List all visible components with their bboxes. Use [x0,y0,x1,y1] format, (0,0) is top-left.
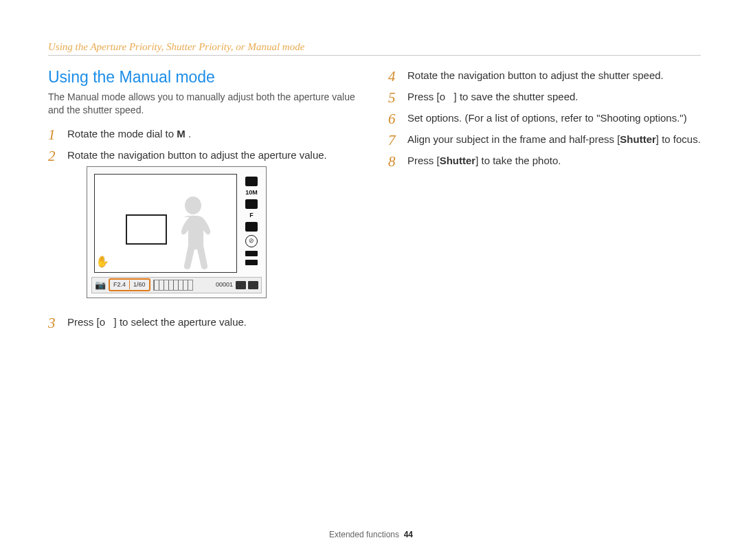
step-5-text-pre: Press [ [407,91,440,102]
step-1-text-pre: Rotate the mode dial to [67,128,177,139]
step-3-text-pre: Press [ [67,316,100,328]
step-3-text-post: ] to select the aperture value. [114,316,247,328]
step-1-text-post: . [186,128,191,139]
step-7: Align your subject in the frame and half… [388,132,701,153]
battery-icon [248,281,258,289]
manual-page: Using the Aperture Priority, Shutter Pri… [0,0,742,560]
header-divider [48,55,701,56]
shutter-button-label: Shutter [440,155,476,166]
drive-icon [245,260,258,265]
step-1: Rotate the mode dial to M . [48,126,361,148]
content-columns: Using the Manual mode The Manual mode al… [48,68,701,336]
breadcrumb: Using the Aperture Priority, Shutter Pri… [48,41,701,53]
step-8: Press [Shutter] to take the photo. [388,153,701,175]
quality-icon [245,199,258,209]
subject-silhouette-icon [169,197,217,272]
step-7-text-pre: Align your subject in the frame and half… [407,133,620,145]
step-5: Press [o ] to save the shutter speed. [388,89,701,111]
camera-lcd: ✋ 10M F ⊘ [87,166,267,298]
step-4-text: Rotate the navigation button to adjust t… [407,69,664,81]
step-4: Rotate the navigation button to adjust t… [388,68,701,89]
image-stabilization-icon: ✋ [95,254,109,269]
steps-right: Rotate the navigation button to adjust t… [388,68,701,175]
step-7-text-post: ] to focus. [656,133,701,145]
resolution-icon: 10M [245,190,258,196]
section-title: Using the Manual mode [48,68,361,87]
storage-battery-icons [236,281,258,289]
shutter-value: 1/60 [130,280,149,289]
fine-icon: F [249,212,254,219]
step-6: Set options. (For a list of options, ref… [388,111,701,132]
ev-scale-icon [153,280,193,291]
steps-left: Rotate the mode dial to M . Rotate the n… [48,126,361,336]
iso-icon [245,251,258,256]
mode-dial-value: M [177,128,186,139]
metering-icon [245,177,258,186]
aperture-value: F2.4 [110,280,130,289]
focus-area-icon [126,214,167,245]
frame-counter: 00001 [216,280,233,289]
page-footer: Extended functions 44 [0,530,742,539]
camera-screen-illustration: ✋ 10M F ⊘ [87,166,361,298]
lcd-status-bar: 📷 F2.4 1/60 00001 [91,277,262,293]
step-8-text-pre: Press [ [407,155,440,166]
shutter-button-label: Shutter [620,133,656,145]
ok-button-label: o [100,316,105,328]
step-3: Press [o ] to select the aperture value. [48,315,361,336]
right-column: Rotate the navigation button to adjust t… [388,68,701,336]
step-5-text-post: ] to save the shutter speed. [454,91,578,102]
flash-off-icon: ⊘ [245,235,258,247]
section-intro: The Manual mode allows you to manually a… [48,91,361,117]
left-column: Using the Manual mode The Manual mode al… [48,68,361,336]
ok-button-label: o [440,91,445,102]
lcd-right-icon-stack: 10M F ⊘ [245,177,258,265]
footer-section: Extended functions [329,530,399,539]
page-number: 44 [404,530,413,539]
face-detect-icon [245,222,258,232]
camera-mode-icon: 📷 [95,279,106,291]
step-2: Rotate the navigation button to adjust t… [48,148,361,315]
step-6-text: Set options. (For a list of options, ref… [407,112,687,124]
storage-icon [236,281,246,289]
lcd-viewport [94,174,237,273]
exposure-readout: F2.4 1/60 [109,278,150,291]
step-2-text: Rotate the navigation button to adjust t… [67,149,327,161]
step-8-text-post: ] to take the photo. [475,155,561,166]
